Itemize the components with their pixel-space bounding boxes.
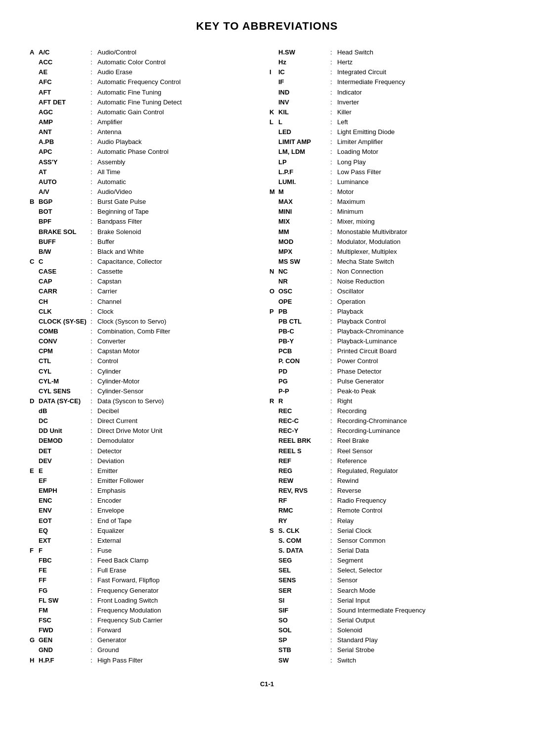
- colon: :: [330, 88, 337, 97]
- section-letter: A: [30, 47, 39, 57]
- list-item: MOD:Modulator, Modulation: [269, 237, 504, 247]
- list-item: LUMI.:Luminance: [269, 177, 504, 187]
- list-item: S. DATA:Serial Data: [269, 546, 504, 556]
- list-item: REV, RVS:Reverse: [269, 486, 504, 496]
- list-item: FWD:Forward: [30, 625, 265, 635]
- definition: Audio Playback: [97, 137, 265, 147]
- definition: Left: [337, 117, 504, 127]
- definition: Modulator, Modulation: [337, 237, 504, 247]
- colon: :: [330, 436, 337, 446]
- abbreviation: AFC: [39, 77, 90, 87]
- abbreviation: ANT: [39, 127, 90, 137]
- colon: :: [330, 575, 337, 585]
- list-item: A.PB:Audio Playback: [30, 137, 265, 147]
- list-item: SO:Serial Output: [269, 615, 504, 625]
- list-item: H.SW:Head Switch: [269, 47, 504, 57]
- list-item: MAX:Maximum: [269, 197, 504, 207]
- definition: Indicator: [337, 88, 504, 97]
- list-item: AA/C:Audio/Control: [30, 47, 265, 57]
- list-item: BOT:Beginning of Tape: [30, 207, 265, 217]
- abbreviation: R: [278, 396, 330, 406]
- definition: Direct Current: [97, 416, 265, 426]
- abbreviation: EXT: [39, 536, 90, 546]
- definition: Recording-Chrominance: [337, 416, 504, 426]
- colon: :: [330, 317, 337, 327]
- colon: :: [330, 416, 337, 426]
- colon: :: [90, 606, 97, 615]
- definition: Cylinder-Motor: [97, 377, 265, 386]
- colon: :: [330, 67, 337, 77]
- definition: Mixer, mixing: [337, 217, 504, 227]
- definition: Brake Solenoid: [97, 227, 265, 237]
- definition: Oscillator: [337, 286, 504, 296]
- abbreviation: REC-C: [278, 416, 330, 426]
- definition: Carrier: [97, 286, 265, 296]
- abbreviation: AT: [39, 167, 90, 177]
- abbreviation: ASS'Y: [39, 157, 90, 167]
- list-item: P-P:Peak-to Peak: [269, 386, 504, 396]
- colon: :: [90, 367, 97, 377]
- abbreviation: SENS: [278, 575, 330, 585]
- definition: Recording: [337, 406, 504, 416]
- list-item: LM, LDM:Loading Motor: [269, 147, 504, 157]
- list-item: SP:Standard Play: [269, 635, 504, 645]
- abbreviation: BGP: [39, 197, 90, 207]
- colon: :: [90, 77, 97, 87]
- colon: :: [330, 217, 337, 227]
- list-item: IF:Intermediate Frequency: [269, 77, 504, 87]
- abbreviation: AE: [39, 67, 90, 77]
- definition: Playback Control: [337, 317, 504, 327]
- definition: Relay: [337, 516, 504, 526]
- colon: :: [90, 177, 97, 187]
- definition: Ground: [97, 645, 265, 655]
- list-item: ENV:Envelope: [30, 506, 265, 516]
- list-item: AFC:Automatic Frequency Control: [30, 77, 265, 87]
- abbreviation: KIL: [278, 107, 330, 117]
- list-item: FG:Frequency Generator: [30, 586, 265, 596]
- definition: Integrated Circuit: [337, 67, 504, 77]
- abbreviation: RMC: [278, 506, 330, 516]
- definition: Standard Play: [337, 635, 504, 645]
- list-item: FSC:Frequency Sub Carrier: [30, 615, 265, 625]
- definition: Recording-Luminance: [337, 426, 504, 436]
- colon: :: [330, 506, 337, 516]
- definition: Cylinder: [97, 367, 265, 377]
- list-item: CARR:Carrier: [30, 286, 265, 296]
- colon: :: [90, 536, 97, 546]
- colon: :: [90, 227, 97, 237]
- definition: Automatic Fine Tuning: [97, 88, 265, 97]
- list-item: REW:Rewind: [269, 476, 504, 486]
- list-item: AMP:Amplifier: [30, 117, 265, 127]
- colon: :: [90, 386, 97, 396]
- definition: Reel Brake: [337, 436, 504, 446]
- list-item: ASS'Y:Assembly: [30, 157, 265, 167]
- definition: Minimum: [337, 207, 504, 217]
- colon: :: [330, 167, 337, 177]
- colon: :: [90, 237, 97, 247]
- list-item: REF:Reference: [269, 456, 504, 466]
- definition: Printed Circuit Board: [337, 346, 504, 356]
- definition: Playback-Luminance: [337, 336, 504, 346]
- list-item: FL SW:Front Loading Switch: [30, 596, 265, 606]
- section-letter: O: [269, 286, 278, 296]
- definition: Fuse: [97, 546, 265, 556]
- colon: :: [90, 516, 97, 526]
- definition: Serial Input: [337, 596, 504, 606]
- colon: :: [90, 656, 97, 665]
- definition: Automatic Fine Tuning Detect: [97, 97, 265, 107]
- list-item: RR:Right: [269, 396, 504, 406]
- definition: Segment: [337, 556, 504, 566]
- list-item: CYL:Cylinder: [30, 367, 265, 377]
- colon: :: [330, 426, 337, 436]
- colon: :: [330, 137, 337, 147]
- abbreviation: CPM: [39, 346, 90, 356]
- list-item: SEG:Segment: [269, 556, 504, 566]
- abbreviation: IND: [278, 88, 330, 97]
- abbreviation: CASE: [39, 267, 90, 277]
- list-item: IIC:Integrated Circuit: [269, 67, 504, 77]
- left-column: AA/C:Audio/ControlACC:Automatic Color Co…: [30, 47, 269, 665]
- abbreviation: GEN: [39, 635, 90, 645]
- abbreviation: LM, LDM: [278, 147, 330, 157]
- colon: :: [330, 486, 337, 496]
- definition: Remote Control: [337, 506, 504, 516]
